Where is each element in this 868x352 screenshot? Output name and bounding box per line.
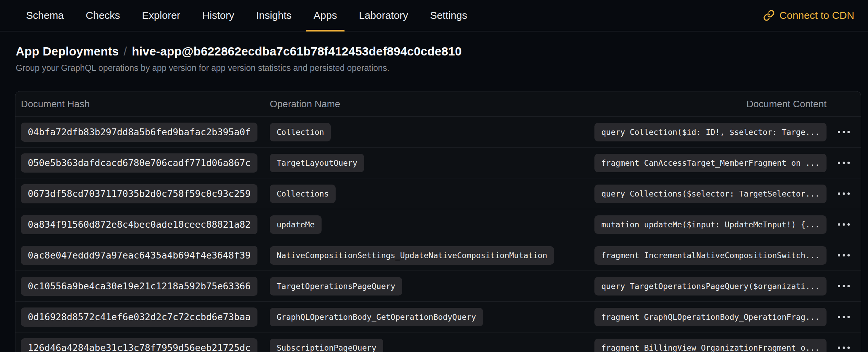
operation-name-pill: NativeCompositionSettings_UpdateNativeCo… <box>270 246 554 265</box>
table-row: 050e5b363dafdcacd6780e706cadf771d06a867c… <box>15 148 861 178</box>
breadcrumb-section[interactable]: App Deployments <box>16 45 119 58</box>
document-content-pill: fragment GraphQLOperationBody_OperationF… <box>594 308 827 326</box>
nav-tab-label: Settings <box>430 10 467 21</box>
breadcrumb: App Deployments/hive-app@b622862ecdba7c6… <box>16 44 852 59</box>
ellipsis-icon <box>838 285 840 287</box>
operation-name-pill: SubscriptionPageQuery <box>270 339 383 352</box>
table-row: 0673df58cd7037117035b2d0c758f59c0c93c259… <box>15 178 861 209</box>
ellipsis-icon <box>838 316 840 318</box>
nav-tab-explorer[interactable]: Explorer <box>134 0 188 31</box>
document-content-pill: query Collections($selector: TargetSelec… <box>594 185 827 203</box>
column-header-operation-name: Operation Name <box>270 99 593 110</box>
ellipsis-icon <box>838 162 840 164</box>
document-content-pill: query Collection($id: ID!, $selector: Ta… <box>594 123 827 141</box>
nav-tab-schema[interactable]: Schema <box>19 0 71 31</box>
operation-name-pill: GraphQLOperationBody_GetOperationBodyQue… <box>270 308 483 326</box>
document-hash-pill: 0a834f91560d872e8c4bec0ade18ceec88821a82 <box>21 215 257 234</box>
row-menu-button[interactable] <box>834 188 854 199</box>
table-header-row: Document Hash Operation Name Document Co… <box>15 91 861 117</box>
connect-to-cdn-label: Connect to CDN <box>780 10 854 21</box>
nav-tab-history[interactable]: History <box>195 0 242 31</box>
nav-tab-label: History <box>202 10 234 21</box>
operation-name-pill: updateMe <box>270 215 322 234</box>
deployments-table: Document Hash Operation Name Document Co… <box>15 91 861 352</box>
row-menu-button[interactable] <box>834 312 854 322</box>
nav-tab-checks[interactable]: Checks <box>78 0 128 31</box>
ellipsis-icon <box>838 192 840 195</box>
nav-tab-insights[interactable]: Insights <box>249 0 299 31</box>
nav-tab-label: Checks <box>86 10 120 21</box>
column-header-document-hash: Document Hash <box>15 99 270 110</box>
row-menu-button[interactable] <box>834 281 854 291</box>
document-content-pill: fragment BillingView_OrganizationFragmen… <box>594 339 827 352</box>
row-menu-button[interactable] <box>834 250 854 261</box>
ellipsis-icon <box>838 347 840 349</box>
table-body: 04bfa72dfb83b297dd8a5b6fed9bafac2b395a0f… <box>15 117 861 352</box>
page-subtitle: Group your GraphQL operations by app ver… <box>16 62 852 73</box>
operation-name-pill: Collections <box>270 185 336 203</box>
row-menu-button[interactable] <box>834 219 854 230</box>
app-deployments-page: Schema Checks Explorer History Insights <box>0 0 868 352</box>
ellipsis-icon <box>838 254 840 256</box>
document-content-pill: fragment IncrementalNativeCompositionSwi… <box>594 246 827 265</box>
table-row: 04bfa72dfb83b297dd8a5b6fed9bafac2b395a0f… <box>15 117 861 148</box>
table-row: 0a834f91560d872e8c4bec0ade18ceec88821a82… <box>15 209 861 240</box>
operation-name-pill: TargetLayoutQuery <box>270 154 364 172</box>
nav-tab-label: Insights <box>256 10 291 21</box>
nav-tab-apps[interactable]: Apps <box>306 0 345 31</box>
link-icon <box>763 10 775 21</box>
document-hash-pill: 050e5b363dafdcacd6780e706cadf771d06a867c <box>21 153 257 173</box>
document-hash-pill: 0c10556a9be4ca30e19e21c1218a592b75e63366 <box>21 277 257 296</box>
document-hash-pill: 0673df58cd7037117035b2d0c758f59c0c93c259 <box>21 184 257 203</box>
document-hash-pill: 0d16928d8572c41ef6e032d2c7c72ccbd6e73baa <box>21 307 257 327</box>
document-content-pill: fragment CanAccessTarget_MemberFragment … <box>594 154 827 172</box>
table-row: 126d46a4284abe31c13c78f7959d56eeb21725dc… <box>15 332 861 352</box>
row-menu-button[interactable] <box>834 342 854 352</box>
nav-tab-label: Schema <box>26 10 64 21</box>
column-header-document-content: Document Content <box>593 99 827 110</box>
breadcrumb-current: hive-app@b622862ecdba7c61b78f412453def89… <box>132 45 461 58</box>
document-content-pill: query TargetOperationsPageQuery($organiz… <box>594 277 827 296</box>
nav-tab-settings[interactable]: Settings <box>422 0 474 31</box>
operation-name-pill: Collection <box>270 123 331 141</box>
nav-tab-laboratory[interactable]: Laboratory <box>351 0 415 31</box>
ellipsis-icon <box>838 223 840 226</box>
nav-tab-label: Laboratory <box>359 10 408 21</box>
table-row: 0ac8e047eddd97a97eac6435a4b694f4e3648f39… <box>15 240 861 271</box>
row-menu-button[interactable] <box>834 127 854 137</box>
nav-tab-label: Explorer <box>142 10 180 21</box>
row-menu-button[interactable] <box>834 158 854 168</box>
nav-tabs: Schema Checks Explorer History Insights <box>19 0 475 31</box>
operation-name-pill: TargetOperationsPageQuery <box>270 277 402 296</box>
page-heading: App Deployments/hive-app@b622862ecdba7c6… <box>0 44 868 73</box>
top-nav: Schema Checks Explorer History Insights <box>0 0 868 32</box>
connect-to-cdn-button[interactable]: Connect to CDN <box>763 0 854 31</box>
document-hash-pill: 0ac8e047eddd97a97eac6435a4b694f4e3648f39 <box>21 246 257 265</box>
table-row: 0c10556a9be4ca30e19e21c1218a592b75e63366… <box>15 271 861 302</box>
document-hash-pill: 126d46a4284abe31c13c78f7959d56eeb21725dc <box>21 338 257 352</box>
table-row: 0d16928d8572c41ef6e032d2c7c72ccbd6e73baa… <box>15 302 861 332</box>
document-hash-pill: 04bfa72dfb83b297dd8a5b6fed9bafac2b395a0f <box>21 123 257 142</box>
document-content-pill: mutation updateMe($input: UpdateMeInput!… <box>594 215 827 234</box>
ellipsis-icon <box>838 131 840 133</box>
breadcrumb-separator: / <box>119 45 132 58</box>
nav-tab-label: Apps <box>314 10 337 21</box>
